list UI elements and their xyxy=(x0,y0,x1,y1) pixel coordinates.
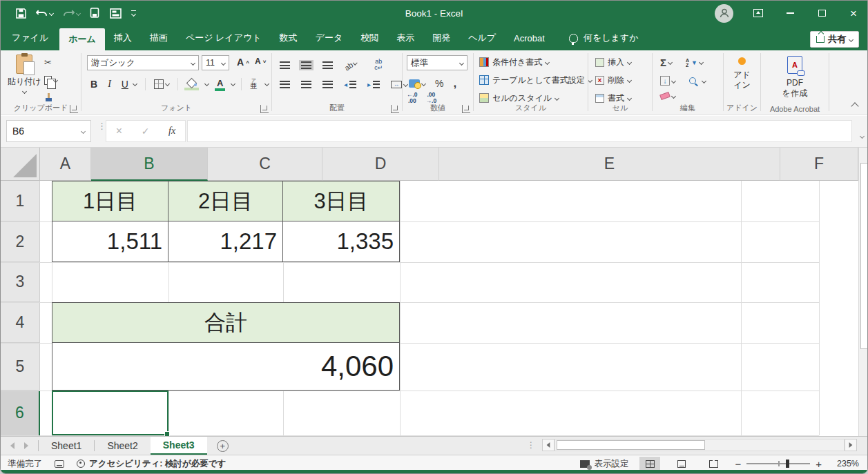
account-avatar[interactable] xyxy=(715,4,733,23)
column-header-d[interactable]: D xyxy=(322,148,439,181)
tab-acrobat[interactable]: Acrobat xyxy=(505,26,554,50)
undo-dropdown-icon[interactable] xyxy=(49,10,54,15)
form-view-icon[interactable] xyxy=(110,8,122,19)
zoom-out-button[interactable]: − xyxy=(735,459,741,469)
fill-button[interactable]: ↓ xyxy=(658,75,677,87)
font-dialog-launcher-icon[interactable] xyxy=(260,105,269,113)
decrease-indent-button[interactable]: ◂ xyxy=(342,79,358,90)
cell-d2[interactable]: 1,335 xyxy=(282,221,400,262)
horizontal-scrollbar[interactable]: ⋮ xyxy=(527,438,857,452)
zoom-level[interactable]: 235% xyxy=(833,459,859,468)
name-box-dropdown-icon[interactable] xyxy=(81,128,86,133)
borders-button[interactable] xyxy=(152,78,171,90)
format-painter-button[interactable] xyxy=(42,92,59,103)
tab-developer[interactable]: 開発 xyxy=(423,26,459,50)
column-header-b[interactable]: B xyxy=(91,148,208,181)
align-right-button[interactable] xyxy=(320,79,335,90)
wrap-text-button[interactable]: abc↵ xyxy=(372,57,385,72)
number-format-combo[interactable]: 標準 xyxy=(407,55,467,70)
tell-me-search[interactable]: 何をしますか xyxy=(569,26,639,50)
conditional-formatting-button[interactable]: 条件付き書式 xyxy=(479,55,592,69)
grow-font-button[interactable]: A˄ xyxy=(235,55,251,69)
active-cell-selection[interactable] xyxy=(52,391,168,435)
comma-style-button[interactable]: , xyxy=(451,75,459,92)
maximize-button[interactable] xyxy=(815,6,829,20)
insert-cells-button[interactable]: 挿入 xyxy=(595,55,631,69)
alignment-dialog-launcher-icon[interactable] xyxy=(391,105,399,113)
ribbon-display-options-icon[interactable] xyxy=(751,6,765,20)
clear-button[interactable] xyxy=(658,92,708,100)
format-as-table-button[interactable]: テーブルとして書式設定 xyxy=(479,73,592,87)
find-select-button[interactable] xyxy=(687,76,708,86)
vertical-scrollbar[interactable] xyxy=(858,148,868,436)
vertical-scroll-thumb[interactable] xyxy=(860,163,868,349)
new-sheet-button[interactable]: + xyxy=(217,440,229,452)
increase-indent-button[interactable]: ▸ xyxy=(365,79,382,90)
tab-review[interactable]: 校閲 xyxy=(351,26,387,50)
column-header-a[interactable]: A xyxy=(40,148,91,181)
align-top-button[interactable] xyxy=(278,60,292,70)
sheet-tab-sheet2[interactable]: Sheet2 xyxy=(95,437,150,455)
formula-input[interactable] xyxy=(187,120,852,142)
cell-b5-total-value[interactable]: 4,060 xyxy=(52,342,400,391)
tab-insert[interactable]: 挿入 xyxy=(105,26,141,50)
prev-sheet-icon[interactable] xyxy=(10,442,15,449)
cell-b1[interactable]: 1日目 xyxy=(52,181,168,221)
scroll-right-icon[interactable] xyxy=(845,439,857,451)
formula-bar-expand-icon[interactable] xyxy=(860,128,864,141)
clipboard-dialog-launcher-icon[interactable] xyxy=(70,105,78,113)
paste-button[interactable]: 貼り付け xyxy=(8,55,41,93)
share-button[interactable]: 共有 xyxy=(810,31,859,48)
tab-page-layout[interactable]: ページ レイアウト xyxy=(177,26,271,50)
cells-area[interactable]: 1日目 2日目 3日目 1,511 1,217 1,335 合計 4,060 xyxy=(1,181,858,436)
increase-decimal-button[interactable]: ←.0.00 xyxy=(407,92,418,103)
cell-b2[interactable]: 1,511 xyxy=(52,221,168,262)
column-header-f[interactable]: F xyxy=(780,148,858,181)
minimize-button[interactable] xyxy=(783,6,797,20)
align-middle-button[interactable] xyxy=(299,60,314,70)
next-sheet-icon[interactable] xyxy=(24,442,28,449)
underline-button[interactable]: U xyxy=(119,77,139,91)
display-settings-button[interactable]: 表示設定 xyxy=(580,458,628,470)
horizontal-scroll-track[interactable] xyxy=(554,439,845,451)
redo-button[interactable] xyxy=(63,8,80,18)
horizontal-scroll-thumb[interactable] xyxy=(557,440,705,450)
page-layout-view-button[interactable] xyxy=(671,457,692,471)
addins-button[interactable]: アドイン xyxy=(724,57,760,90)
number-dialog-launcher-icon[interactable] xyxy=(462,105,470,113)
tab-help[interactable]: ヘルプ xyxy=(459,26,505,50)
tab-file[interactable]: ファイル xyxy=(1,26,59,50)
cancel-icon[interactable]: × xyxy=(116,125,122,137)
create-pdf-button[interactable]: A PDFを作成 xyxy=(761,56,829,99)
tab-data[interactable]: データ xyxy=(307,26,352,50)
tab-formulas[interactable]: 数式 xyxy=(271,26,307,50)
tab-split-grip[interactable]: ⋮ xyxy=(527,440,535,450)
cut-button[interactable]: ✂ xyxy=(42,56,59,69)
insert-function-button[interactable]: fx xyxy=(168,126,175,137)
page-break-view-button[interactable] xyxy=(703,457,724,471)
close-button[interactable]: × xyxy=(847,6,860,20)
zoom-slider[interactable] xyxy=(746,463,810,464)
autosum-button[interactable]: Σ xyxy=(658,55,674,70)
column-header-e[interactable]: E xyxy=(439,148,780,181)
fill-color-button[interactable] xyxy=(184,77,199,90)
redo-dropdown-icon[interactable] xyxy=(76,10,81,15)
percent-style-button[interactable]: % xyxy=(433,77,445,90)
sort-filter-button[interactable]: AZ▼ xyxy=(684,57,705,69)
decrease-decimal-button[interactable]: .00→.0 xyxy=(426,92,437,103)
accessibility-status[interactable]: アクセシビリティ: 検討が必要です xyxy=(77,458,226,470)
qat-customize-icon[interactable] xyxy=(131,10,136,17)
macro-record-icon[interactable] xyxy=(55,460,64,468)
bold-button[interactable]: B xyxy=(88,77,99,91)
phonetic-guide-button[interactable]: ア 亜 xyxy=(248,77,259,91)
enter-icon[interactable]: ✓ xyxy=(142,126,150,137)
italic-button[interactable]: I xyxy=(106,77,113,91)
tab-draw[interactable]: 描画 xyxy=(141,26,177,50)
undo-button[interactable] xyxy=(36,8,53,18)
save-icon[interactable] xyxy=(16,8,26,19)
collapse-ribbon-icon[interactable] xyxy=(851,102,858,110)
cell-d1[interactable]: 3日目 xyxy=(282,181,400,221)
zoom-in-button[interactable]: + xyxy=(816,459,822,469)
tab-home[interactable]: ホーム xyxy=(59,28,105,50)
copy-button[interactable] xyxy=(42,75,59,86)
